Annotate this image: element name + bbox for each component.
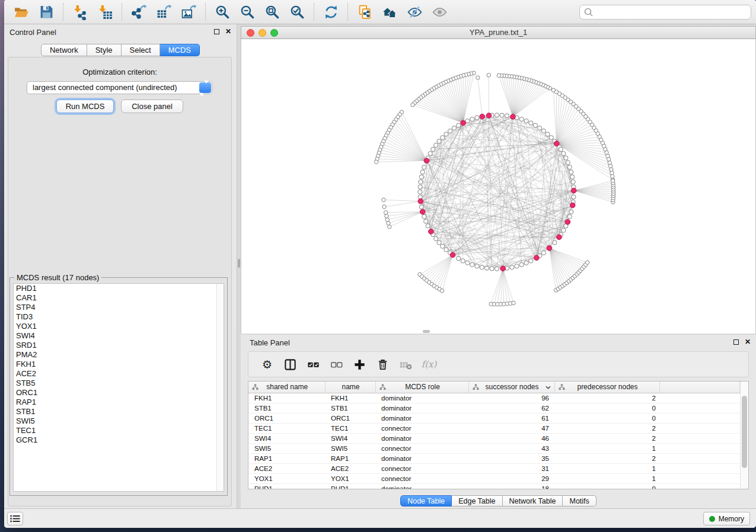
table-cell[interactable]: RAP1 [248, 454, 325, 464]
tab-mcds[interactable]: MCDS [160, 44, 200, 56]
table-cell[interactable]: ACE2 [248, 464, 325, 474]
table-cell[interactable]: ACE2 [325, 464, 375, 474]
table-cell[interactable]: 43 [468, 444, 554, 454]
table-cell[interactable]: 62 [468, 403, 554, 414]
column-header-name[interactable]: name [325, 382, 375, 393]
table-cell[interactable]: SWI5 [325, 444, 375, 454]
table-cell[interactable]: connector [375, 474, 468, 484]
export-table-button[interactable] [151, 1, 176, 23]
table-cell[interactable]: STB1 [248, 403, 325, 414]
table-cell[interactable]: FKH1 [248, 393, 325, 403]
column-header-successor-nodes[interactable]: successor nodes [468, 382, 554, 393]
table-cell[interactable]: 2 [554, 424, 659, 434]
mcds-result-item[interactable]: TID3 [14, 312, 224, 322]
zoom-fit-button[interactable] [260, 1, 285, 23]
settings-button[interactable]: ⚙ [256, 355, 279, 373]
table-row[interactable]: YOX1YOX1connector291 [248, 474, 740, 484]
table-cell[interactable]: 46 [468, 434, 554, 444]
table-cell[interactable]: 61 [468, 414, 554, 424]
table-cell[interactable]: 47 [468, 424, 554, 434]
table-cell[interactable]: 0 [554, 414, 659, 424]
table-cell[interactable]: 1 [554, 474, 659, 484]
table-cell[interactable]: 1 [554, 444, 659, 454]
column-header-predecessor-nodes[interactable]: predecessor nodes [554, 382, 659, 393]
mcds-result-item[interactable]: SWI4 [14, 331, 224, 341]
mcds-result-item[interactable]: STB5 [14, 379, 224, 388]
window-zoom-button[interactable] [270, 29, 278, 37]
table-cell[interactable]: FKH1 [325, 393, 375, 403]
table-cell[interactable]: connector [375, 444, 468, 454]
mcds-result-item[interactable]: SWI5 [14, 416, 224, 426]
table-row[interactable]: PHD1PHD1dominator180 [248, 484, 740, 490]
table-cell[interactable]: SWI4 [325, 434, 375, 444]
mcds-result-list[interactable]: PHD1CAR1STP4TID3YOX1SWI4SRD1PMA2FKH1ACE2… [13, 283, 224, 492]
mcds-result-item[interactable]: RAP1 [14, 398, 224, 407]
memory-button[interactable]: Memory [703, 512, 750, 525]
column-header-shared-name[interactable]: shared name [248, 382, 325, 393]
table-cell[interactable]: RAP1 [325, 454, 375, 464]
list-scrollbar[interactable] [216, 284, 224, 491]
search-box[interactable] [579, 5, 751, 20]
close-panel-icon[interactable]: ✕ [225, 28, 231, 34]
table-cell[interactable]: 2 [554, 434, 659, 444]
mcds-result-item[interactable]: SRD1 [14, 341, 224, 350]
close-panel-button[interactable]: Close panel [121, 100, 183, 113]
table-cell[interactable]: YOX1 [325, 474, 375, 484]
table-row[interactable]: STB1STB1dominator620 [248, 403, 740, 414]
tab-motifs[interactable]: Motifs [563, 495, 596, 507]
table-cell[interactable]: 29 [468, 474, 554, 484]
table-cell[interactable]: 2 [554, 393, 659, 403]
table-cell[interactable]: dominator [375, 454, 468, 464]
table-cell[interactable]: ORC1 [248, 414, 325, 424]
mcds-result-item[interactable]: GCR1 [14, 435, 224, 445]
mcds-result-item[interactable]: ACE2 [14, 369, 224, 379]
table-scrollbar[interactable] [740, 382, 748, 489]
table-cell[interactable]: SWI4 [248, 434, 325, 444]
mcds-result-item[interactable]: FKH1 [14, 360, 224, 369]
create-column-button[interactable] [348, 355, 371, 373]
table-cell[interactable]: STB1 [325, 403, 375, 414]
close-panel-icon[interactable]: ✕ [745, 339, 751, 345]
table-cell[interactable]: connector [375, 464, 468, 474]
table-cell[interactable]: PHD1 [325, 484, 375, 490]
show-all-button[interactable] [427, 1, 452, 23]
mcds-result-item[interactable]: YOX1 [14, 322, 224, 331]
open-file-button[interactable] [9, 1, 34, 23]
network-hscroll-thumb[interactable] [423, 330, 430, 333]
table-cell[interactable]: 0 [554, 403, 659, 414]
tab-select[interactable]: Select [122, 44, 160, 56]
delete-column-button[interactable] [371, 355, 394, 373]
save-session-button[interactable] [34, 1, 59, 23]
mcds-result-item[interactable]: PHD1 [14, 284, 224, 293]
column-selector-button[interactable] [279, 355, 302, 373]
zoom-out-button[interactable] [235, 1, 260, 23]
first-neighbors-button[interactable] [377, 1, 402, 23]
table-cell[interactable]: PHD1 [248, 484, 325, 490]
import-network-button[interactable] [68, 1, 92, 23]
table-scrollbar-thumb[interactable] [742, 396, 747, 468]
export-network-button[interactable] [126, 1, 151, 23]
zoom-selected-button[interactable] [285, 1, 310, 23]
optimization-criterion-select[interactable]: largest connected component (undirected) [27, 81, 212, 94]
mcds-result-item[interactable]: PMA2 [14, 350, 224, 360]
table-row[interactable]: ACE2ACE2connector311 [248, 464, 740, 474]
float-panel-icon[interactable] [214, 29, 219, 34]
mcds-result-item[interactable]: CAR1 [14, 293, 224, 303]
table-cell[interactable]: YOX1 [248, 474, 325, 484]
select-all-button[interactable] [302, 355, 325, 373]
window-minimize-button[interactable] [259, 29, 266, 37]
clone-network-button[interactable] [352, 1, 377, 23]
run-mcds-button[interactable]: Run MCDS [56, 100, 114, 113]
table-row[interactable]: FKH1FKH1dominator962 [248, 393, 740, 403]
mcds-result-item[interactable]: STP4 [14, 303, 224, 312]
zoom-in-button[interactable] [210, 1, 235, 23]
table-cell[interactable]: SWI5 [248, 444, 325, 454]
refresh-view-button[interactable] [318, 1, 343, 23]
tab-edge-table[interactable]: Edge Table [452, 495, 502, 507]
table-row[interactable]: SWI4SWI4dominator462 [248, 434, 740, 444]
table-cell[interactable]: 1 [554, 464, 659, 474]
table-row[interactable]: TEC1TEC1connector472 [248, 424, 740, 434]
tab-network-table[interactable]: Network Table [503, 495, 563, 507]
tab-style[interactable]: Style [87, 44, 122, 56]
hide-selected-button[interactable] [402, 1, 427, 23]
